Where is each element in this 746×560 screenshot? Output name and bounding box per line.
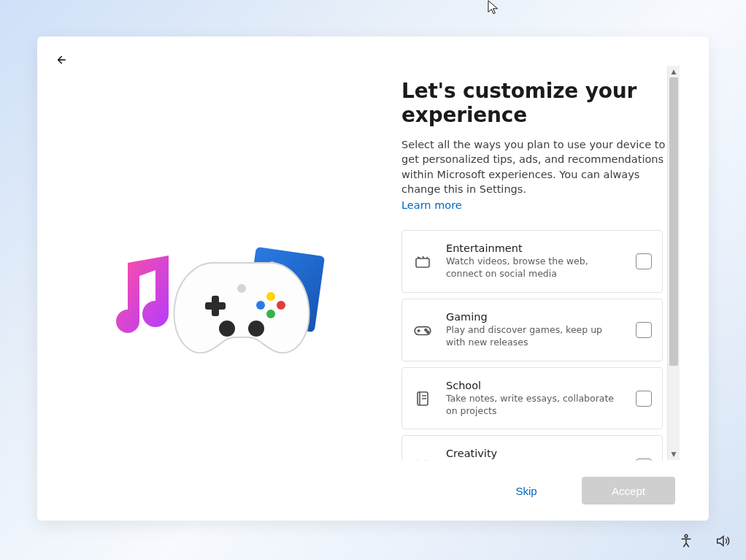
scrollbar-thumb[interactable] bbox=[669, 77, 678, 366]
content-pane: Let's customize your experience Select a… bbox=[401, 66, 679, 460]
svg-point-9 bbox=[219, 321, 235, 337]
option-title: School bbox=[446, 380, 623, 391]
option-desc: Play and discover games, keep up with ne… bbox=[446, 324, 623, 349]
option-title: Creativity bbox=[446, 448, 623, 459]
skip-button[interactable]: Skip bbox=[480, 477, 573, 505]
option-gaming[interactable]: Gaming Play and discover games, keep up … bbox=[401, 299, 663, 361]
svg-point-5 bbox=[266, 292, 275, 301]
svg-point-15 bbox=[427, 331, 429, 333]
option-title: Entertainment bbox=[446, 242, 623, 254]
svg-point-17 bbox=[685, 534, 688, 537]
svg-point-10 bbox=[248, 321, 264, 337]
svg-point-14 bbox=[425, 329, 427, 331]
volume-button[interactable] bbox=[712, 531, 733, 551]
option-entertainment[interactable]: Entertainment Watch videos, browse the w… bbox=[401, 230, 663, 293]
option-title: Gaming bbox=[446, 311, 623, 323]
accessibility-button[interactable] bbox=[676, 531, 696, 551]
oobe-card: Let's customize your experience Select a… bbox=[37, 37, 709, 521]
page-title: Let's customize your experience bbox=[401, 79, 679, 127]
back-button[interactable] bbox=[50, 50, 71, 70]
option-checkbox[interactable] bbox=[636, 391, 652, 407]
svg-rect-4 bbox=[212, 296, 219, 316]
option-checkbox[interactable] bbox=[636, 253, 652, 269]
hero-illustration bbox=[110, 219, 351, 387]
gaming-icon bbox=[412, 320, 433, 340]
page-description: Select all the ways you plan to use your… bbox=[401, 137, 679, 196]
option-school[interactable]: School Take notes, write essays, collabo… bbox=[401, 367, 663, 430]
svg-point-6 bbox=[277, 301, 285, 310]
entertainment-icon bbox=[412, 251, 433, 272]
footer: Skip Accept bbox=[37, 461, 709, 521]
svg-point-11 bbox=[237, 284, 246, 293]
learn-more-link[interactable]: Learn more bbox=[401, 199, 462, 211]
scroll-up-button[interactable]: ▲ bbox=[668, 66, 680, 77]
svg-point-8 bbox=[266, 310, 275, 318]
option-desc: Take notes, write essays, collaborate on… bbox=[446, 393, 623, 418]
accept-button[interactable]: Accept bbox=[582, 477, 675, 505]
scrollbar[interactable]: ▲ ▼ bbox=[667, 66, 680, 460]
school-icon bbox=[412, 388, 433, 409]
option-checkbox[interactable] bbox=[636, 322, 652, 338]
svg-rect-12 bbox=[416, 258, 429, 267]
option-desc: Watch videos, browse the web, connect on… bbox=[446, 256, 623, 280]
system-tray bbox=[676, 531, 733, 551]
svg-point-7 bbox=[256, 301, 265, 310]
scroll-down-button[interactable]: ▼ bbox=[668, 448, 680, 460]
